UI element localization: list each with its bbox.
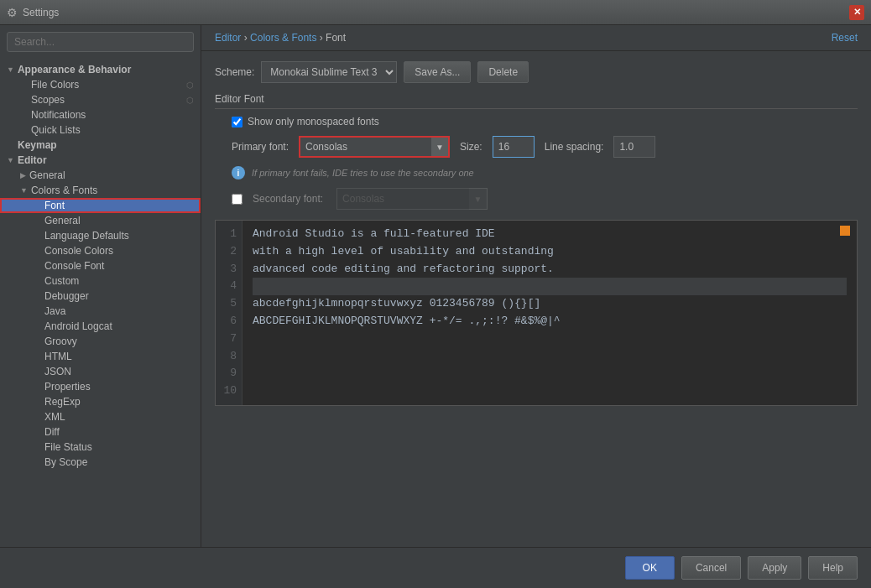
sidebar-item-notifications[interactable]: Notifications (0, 107, 201, 122)
secondary-font-label[interactable]: Secondary font: (253, 193, 323, 205)
ok-button[interactable]: OK (625, 556, 675, 580)
sidebar-item-diff[interactable]: Diff (0, 424, 201, 440)
orange-indicator (840, 226, 850, 236)
tree-leaf-icon (34, 382, 41, 391)
preview-line-7 (253, 330, 847, 348)
sidebar-item-general2[interactable]: General (0, 213, 201, 228)
tree-leaf-icon (34, 428, 41, 436)
editor-font-header: Editor Font (215, 93, 858, 109)
tree-leaf-icon (34, 367, 41, 376)
tree-arrow-icon (7, 65, 14, 74)
reset-link[interactable]: Reset (832, 32, 858, 44)
preview-line-8 (253, 348, 847, 366)
info-text: If primary font fails, IDE tries to use … (252, 168, 474, 178)
secondary-font-checkbox[interactable] (232, 194, 243, 205)
info-icon: i (232, 166, 245, 180)
tree-leaf-icon (34, 201, 41, 210)
tree-leaf-icon (34, 443, 41, 451)
breadcrumb: Editor › Colors & Fonts › Font (215, 32, 346, 44)
sidebar-item-language-defaults[interactable]: Language Defaults (0, 228, 201, 243)
breadcrumb-sep2: › (320, 32, 326, 44)
sidebar-item-editor[interactable]: Editor (0, 153, 201, 168)
sidebar-item-general[interactable]: General (0, 168, 201, 183)
sidebar-item-json[interactable]: JSON (0, 364, 201, 379)
sidebar-item-file-colors[interactable]: File Colors ⬡ (0, 77, 201, 92)
scheme-label: Scheme: (215, 66, 254, 78)
apply-button[interactable]: Apply (748, 556, 801, 580)
sidebar-item-xml[interactable]: XML (0, 409, 201, 424)
monospaced-checkbox[interactable] (232, 117, 243, 127)
tree-leaf-icon (20, 81, 28, 89)
line-num: 1 (221, 226, 237, 243)
line-num: 10 (221, 382, 237, 400)
line-num: 7 (221, 330, 237, 348)
line-num: 3 (221, 261, 237, 278)
tree-leaf-icon (34, 216, 41, 225)
monospaced-checkbox-row: Show only monospaced fonts (215, 116, 858, 127)
line-spacing-label: Line spacing: (545, 141, 604, 153)
save-as-button[interactable]: Save As... (404, 61, 471, 83)
delete-button[interactable]: Delete (477, 61, 529, 83)
monospaced-label[interactable]: Show only monospaced fonts (248, 116, 379, 127)
close-button[interactable]: ✕ (849, 5, 864, 20)
sidebar-item-by-scope[interactable]: By Scope (0, 455, 201, 470)
dialog-footer: OK Cancel Apply Help (0, 547, 871, 588)
sidebar-item-android-logcat[interactable]: Android Logcat (0, 319, 201, 334)
tree-leaf-icon (34, 398, 41, 406)
breadcrumb-current: Font (326, 32, 346, 44)
breadcrumb-bar: Editor › Colors & Fonts › Font Reset (201, 25, 871, 51)
line-num: 4 (221, 278, 237, 295)
breadcrumb-editor[interactable]: Editor (215, 32, 241, 44)
line-num: 2 (221, 243, 237, 261)
scheme-select[interactable]: Monokai Sublime Text 3 (261, 61, 397, 83)
sidebar-item-html[interactable]: HTML (0, 349, 201, 364)
line-numbers: 1 2 3 4 5 6 7 8 9 10 (216, 221, 243, 405)
tree-leaf-icon (34, 292, 41, 300)
line-spacing-input[interactable] (613, 136, 655, 158)
tree-leaf-icon (20, 96, 28, 104)
sidebar-item-console-font[interactable]: Console Font (0, 258, 201, 273)
sidebar-item-debugger[interactable]: Debugger (0, 289, 201, 304)
tree-leaf-icon (34, 277, 41, 285)
breadcrumb-sep1: › (244, 32, 250, 44)
tree-leaf-icon (34, 322, 41, 330)
tree-arrow-icon (20, 171, 26, 180)
sidebar-item-java[interactable]: Java (0, 304, 201, 319)
sidebar-item-groovy[interactable]: Groovy (0, 334, 201, 349)
preview-area: 1 2 3 4 5 6 7 8 9 10 Android Studio is a… (215, 220, 858, 406)
sidebar-item-font[interactable]: Font (0, 198, 201, 213)
primary-font-container: Consolas ▼ (299, 136, 450, 158)
sidebar-item-properties[interactable]: Properties (0, 379, 201, 394)
secondary-font-select: Consolas (336, 188, 488, 210)
code-preview: Android Studio is a full-featured IDE wi… (243, 221, 857, 405)
line-num: 9 (221, 365, 237, 382)
sidebar-item-scopes[interactable]: Scopes ⬡ (0, 92, 201, 107)
font-options-row: Primary font: Consolas ▼ Size: Line spac… (215, 136, 858, 158)
sidebar-item-console-colors[interactable]: Console Colors (0, 243, 201, 258)
help-button[interactable]: Help (808, 556, 858, 580)
cancel-button[interactable]: Cancel (681, 556, 741, 580)
preview-line-1: Android Studio is a full-featured IDE (253, 226, 847, 243)
line-num: 6 (221, 313, 237, 330)
primary-font-select[interactable]: Consolas (299, 136, 450, 158)
sidebar-item-custom[interactable]: Custom (0, 273, 201, 289)
sidebar-item-colors-fonts[interactable]: Colors & Fonts (0, 183, 201, 198)
tree-leaf-icon (20, 126, 28, 134)
sidebar-tree: Appearance & Behavior File Colors ⬡ Scop… (0, 59, 201, 547)
content-inner: Scheme: Monokai Sublime Text 3 Save As..… (201, 51, 871, 547)
sidebar-item-keymap[interactable]: Keymap (0, 138, 201, 153)
breadcrumb-colors-fonts[interactable]: Colors & Fonts (250, 32, 316, 44)
tree-leaf-icon (20, 111, 28, 119)
preview-line-3: advanced code editing and refactoring su… (253, 261, 847, 278)
sidebar: Appearance & Behavior File Colors ⬡ Scop… (0, 25, 201, 547)
tree-leaf-icon (34, 232, 41, 240)
preview-line-9 (253, 366, 847, 383)
tree-leaf-icon (34, 352, 41, 361)
search-input[interactable] (7, 32, 194, 52)
sidebar-item-regexp[interactable]: RegExp (0, 394, 201, 409)
sidebar-item-quick-lists[interactable]: Quick Lists (0, 122, 201, 138)
tree-arrow-icon (20, 186, 28, 195)
sidebar-item-file-status[interactable]: File Status (0, 440, 201, 455)
size-input[interactable] (493, 136, 535, 158)
sidebar-item-appearance-behavior[interactable]: Appearance & Behavior (0, 62, 201, 77)
